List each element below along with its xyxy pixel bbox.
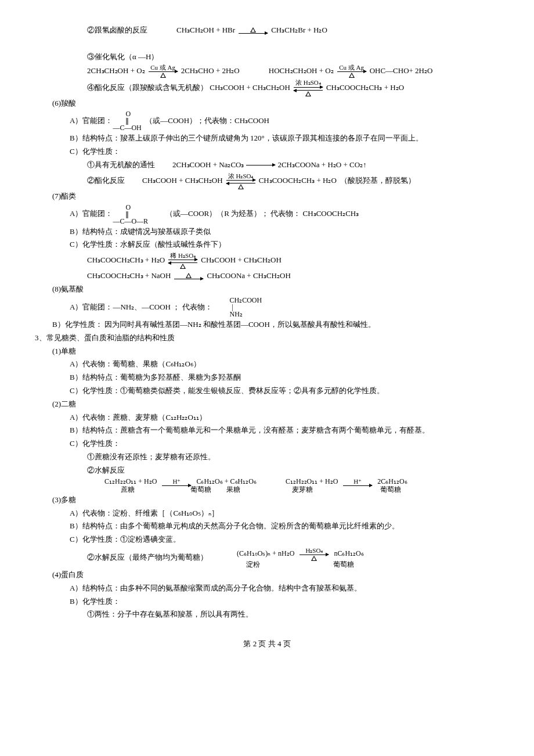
protein-a: A）结构特点：由多种不同的氨基酸缩聚而成的高分子化合物。结构中含有羧基和氨基。 <box>35 582 499 595</box>
sugar3-b: B）结构特点：由多个葡萄糖单元构成的天然高分子化合物。淀粉所含的葡萄糖单元比纤维… <box>35 520 499 532</box>
sugar3-c2: ②水解反应（最终产物均为葡萄糖） (C₆H₁₀O₅)ₙ + nH₂O H₂SO₄… <box>35 547 499 568</box>
sugar1-b: B）结构特点：葡萄糖为多羟基醛、果糖为多羟基酮 <box>35 372 499 384</box>
s6-c1: ①具有无机酸的通性 2CH₃COOH + Na₂CO₃ 2CH₃COONa + … <box>35 159 499 171</box>
protein-b1: ①两性：分子中存在氨基和羧基，所以具有两性。 <box>35 609 499 621</box>
sugar2-c: C）化学性质： <box>35 438 499 450</box>
s6-c: C）化学性质： <box>35 146 499 158</box>
sugar2-c2: ②水解反应 <box>35 465 499 477</box>
sugar3-a: A）代表物：淀粉、纤维素［（C₆H₁₀O₅）ₙ］ <box>35 507 499 520</box>
s8-b: B）化学性质： 因为同时具有碱性基团—NH₂ 和酸性基团—COOH，所以氨基酸具… <box>35 319 499 331</box>
s7-c2: CH₃COOCH₂CH₃ + NaOH CH₃COONa + CH₃CH₂OH <box>35 270 499 282</box>
sugar2-b: B）结构特点：蔗糖含有一个葡萄糖单元和一个果糖单元，没有醛基；麦芽糖含有两个葡萄… <box>35 424 499 437</box>
section-8-title: (8)氨基酸 <box>35 283 499 296</box>
sugar2-title: (2)二糖 <box>35 398 499 411</box>
catalytic-oxidation-eq: 2CH₃CH₂OH + O₂ Cu 或 Ag 2CH₃CHO + 2H₂O HO… <box>35 64 499 78</box>
s6-a: A）官能团： O ‖ —C—OH （或—COOH）；代表物：CH₃COOH <box>35 110 499 131</box>
sugar2-c1: ①蔗糖没有还原性；麦芽糖有还原性。 <box>35 451 499 463</box>
section-3-title: 3、常见糖类、蛋白质和油脂的结构和性质 <box>35 332 499 344</box>
ester-structure: O ‖ —C—O—R <box>113 204 148 225</box>
carboxyl-structure: O ‖ —C—OH <box>113 110 141 131</box>
page-footer: 第 2 页 共 4 页 <box>35 638 499 650</box>
rhs: CH₃CH₂Br + H₂O <box>271 24 327 37</box>
reaction-hbr: ②跟氢卤酸的反应 CH₃CH₂OH + HBr CH₃CH₂Br + H₂O <box>35 24 499 37</box>
s7-b: B）结构特点：成键情况与羧基碳原子类似 <box>35 226 499 238</box>
sugar1-title: (1)单糖 <box>35 345 499 358</box>
protein-title: (4)蛋白质 <box>35 569 499 581</box>
sugar2-a: A）代表物：蔗糖、麦芽糖（C₁₂H₂₂O₁₁） <box>35 412 499 424</box>
sucrose-hydrolysis-row: C₁₂H₂₂O₁₁ + H₂O H⁺ C₆H₁₂O₆ + C₆H₁₂O₆ 蔗糖 … <box>35 478 499 493</box>
catalytic-oxidation-label: ③催化氧化（α —H） <box>35 51 499 63</box>
sugar3-c: C）化学性质：①淀粉遇碘变蓝。 <box>35 534 499 546</box>
s7-a: A）官能团： O ‖ —C—O—R （或—COOR）（R 为烃基）； 代表物： … <box>35 204 499 225</box>
sugar1-c: C）化学性质：①葡萄糖类似醛类，能发生银镜反应、费林反应等；②具有多元醇的化学性… <box>35 385 499 397</box>
label: ②跟氢卤酸的反应 <box>87 24 147 37</box>
sugar1-a: A）代表物：葡萄糖、果糖（C₆H₁₂O₆） <box>35 358 499 370</box>
section-6-title: (6)羧酸 <box>35 98 499 110</box>
esterification-eq: ④酯化反应（跟羧酸或含氧无机酸） CH₃COOH + CH₃CH₂OH 浓 H₂… <box>35 79 499 96</box>
s7-c1: CH₃COOCH₂CH₃ + H₂O 稀 H₂SO₄ CH₃COOH + CH₃… <box>35 252 499 269</box>
lhs: CH₃CH₂OH + HBr <box>176 24 235 37</box>
s6-b: B）结构特点：羧基上碳原子伸出的三个键所成键角为 120°，该碳原子跟其相连接的… <box>35 132 499 145</box>
amino-acid-structure: CH₂COOH | NH₂ <box>230 297 262 318</box>
arrow-cond <box>236 27 270 34</box>
s7-c: C）化学性质：水解反应（酸性或碱性条件下） <box>35 239 499 251</box>
section-7-title: (7)酯类 <box>35 190 499 203</box>
s6-c2: ②酯化反应 CH₃COOH + CH₃CH₂OH 浓 H₂SO₄ CH₃COOC… <box>35 172 499 189</box>
protein-b: B）化学性质： <box>35 596 499 608</box>
s8-a: A）官能团：—NH₂、—COOH ； 代表物： CH₂COOH | NH₂ <box>35 297 499 318</box>
sugar3-title: (3)多糖 <box>35 494 499 506</box>
